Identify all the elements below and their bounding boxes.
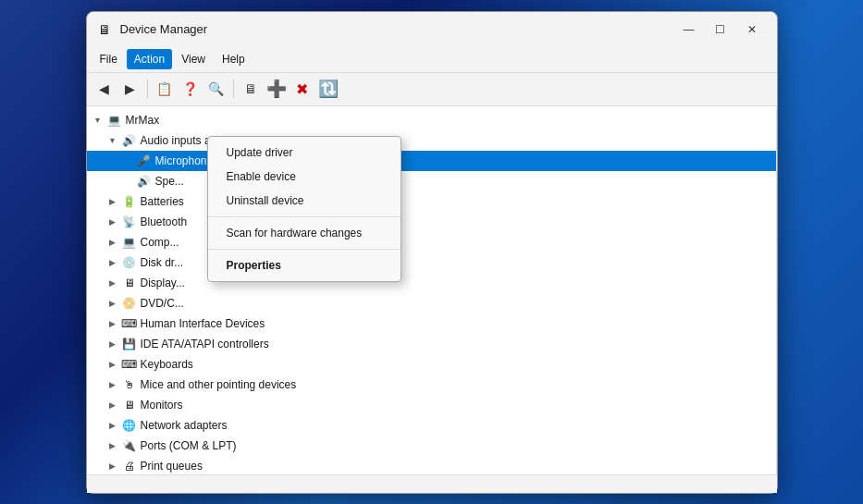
tree-item-comp[interactable]: ▶ 💻 Comp... — [87, 232, 776, 252]
tree-item-bluetooth[interactable]: ▶ 📡 Bluetooth — [87, 212, 776, 232]
expand-print[interactable]: ▶ — [105, 459, 120, 473]
menu-help[interactable]: Help — [215, 49, 253, 69]
ctx-update-driver[interactable]: Update driver — [208, 141, 401, 165]
menu-file[interactable]: File — [92, 49, 125, 69]
tree-item-hid[interactable]: ▶ ⌨ Human Interface Devices — [87, 313, 776, 334]
tree-panel[interactable]: ▼ 💻 MrMax ▼ 🔊 Audio inputs and outputs 🎤… — [87, 106, 777, 474]
toolbar-separator-2 — [233, 80, 234, 98]
ide-label: IDE ATA/ATAPI controllers — [141, 338, 269, 350]
ctx-uninstall-device[interactable]: Uninstall device — [208, 189, 401, 213]
expand-keyboards[interactable]: ▶ — [105, 357, 120, 372]
ports-label: Ports (COM & LPT) — [141, 439, 237, 452]
window-title: Device Manager — [120, 22, 208, 36]
ctx-scan-hardware[interactable]: Scan for hardware changes — [208, 221, 401, 245]
network-label: Network adapters — [141, 419, 228, 432]
mic-icon: 🎤 — [137, 154, 152, 168]
expand-bluetooth[interactable]: ▶ — [105, 215, 120, 229]
expand-mice[interactable]: ▶ — [105, 377, 120, 392]
tree-item-mice[interactable]: ▶ 🖱 Mice and other pointing devices — [87, 375, 776, 395]
expand-display[interactable]: ▶ — [105, 276, 120, 290]
scan-button[interactable]: 🔍 — [204, 77, 228, 101]
expand-ports[interactable]: ▶ — [105, 438, 120, 453]
ctx-enable-device[interactable]: Enable device — [208, 165, 401, 189]
display-label: Display... — [141, 277, 185, 289]
toolbar-separator-1 — [147, 80, 148, 98]
hid-icon: ⌨ — [122, 316, 137, 331]
expand-comp[interactable]: ▶ — [105, 235, 120, 250]
mice-icon: 🖱 — [122, 377, 137, 392]
content-area: ▼ 💻 MrMax ▼ 🔊 Audio inputs and outputs 🎤… — [87, 106, 777, 474]
monitors-label: Monitors — [141, 399, 183, 412]
back-button[interactable]: ◀ — [92, 77, 117, 101]
expand-network[interactable]: ▶ — [105, 418, 120, 433]
expand-dvd[interactable]: ▶ — [105, 296, 120, 311]
dvd-icon: 📀 — [122, 296, 137, 311]
bluetooth-icon: 📡 — [122, 215, 137, 229]
tree-item-keyboards[interactable]: ▶ ⌨ Keyboards — [87, 354, 776, 375]
print-label: Print queues — [141, 460, 203, 473]
tree-item-mic[interactable]: 🎤 Microphone (High Definition Audio Devi… — [87, 151, 776, 171]
root-icon: 💻 — [107, 113, 122, 128]
disk-label: Disk dr... — [141, 256, 184, 269]
tree-item-ports[interactable]: ▶ 🔌 Ports (COM & LPT) — [87, 436, 776, 456]
ctx-properties[interactable]: Properties — [208, 253, 401, 277]
title-bar: 🖥 Device Manager — ☐ ✕ — [87, 12, 777, 47]
speakers-label: Spe... — [155, 175, 184, 188]
print-icon: 🖨 — [122, 459, 137, 473]
menu-view[interactable]: View — [174, 49, 213, 69]
expand-mic — [120, 154, 135, 168]
context-menu: Update driver Enable device Uninstall de… — [207, 136, 401, 282]
ctx-separator-2 — [208, 249, 401, 250]
properties-button[interactable]: 📋 — [153, 77, 177, 101]
tree-item-ide[interactable]: ▶ 💾 IDE ATA/ATAPI controllers — [87, 334, 776, 354]
expand-batteries[interactable]: ▶ — [105, 194, 120, 209]
tree-item-disk[interactable]: ▶ 💿 Disk dr... — [87, 252, 776, 273]
remove-button[interactable]: ✖ — [290, 77, 314, 101]
title-controls: — ☐ ✕ — [675, 19, 766, 40]
tree-item-network[interactable]: ▶ 🌐 Network adapters — [87, 415, 776, 436]
expand-speakers — [120, 174, 135, 189]
tree-item-speakers[interactable]: 🔊 Spe... — [87, 171, 776, 191]
hid-label: Human Interface Devices — [141, 317, 265, 330]
device-manager-window: 🖥 Device Manager — ☐ ✕ File Action View … — [86, 11, 778, 494]
monitor-button[interactable]: 🖥 — [239, 77, 263, 101]
forward-button[interactable]: ▶ — [118, 77, 142, 101]
tree-item-dvd[interactable]: ▶ 📀 DVD/C... — [87, 293, 776, 313]
maximize-button[interactable]: ☐ — [707, 19, 734, 40]
batteries-label: Batteries — [141, 195, 184, 208]
window-icon: 🖥 — [98, 22, 113, 37]
network-icon: 🌐 — [122, 418, 137, 433]
tree-root[interactable]: ▼ 💻 MrMax — [87, 110, 776, 130]
comp-icon: 💻 — [122, 235, 137, 250]
tree-item-monitors[interactable]: ▶ 🖥 Monitors — [87, 395, 776, 415]
menu-action[interactable]: Action — [127, 49, 172, 69]
root-label: MrMax — [126, 114, 160, 127]
expand-root[interactable]: ▼ — [91, 113, 105, 128]
toolbar: ◀ ▶ 📋 ❓ 🔍 🖥 ➕ ✖ 🔃 — [87, 73, 777, 106]
tree-item-batteries[interactable]: ▶ 🔋 Batteries — [87, 191, 776, 212]
status-bar — [87, 474, 777, 493]
add-button[interactable]: ➕ — [265, 77, 289, 101]
disk-icon: 💿 — [122, 255, 137, 270]
dvd-label: DVD/C... — [141, 297, 184, 310]
mice-label: Mice and other pointing devices — [141, 378, 297, 391]
expand-ide[interactable]: ▶ — [105, 337, 120, 351]
monitors-icon: 🖥 — [122, 398, 137, 412]
update-button[interactable]: 🔃 — [316, 77, 340, 101]
expand-monitors[interactable]: ▶ — [105, 398, 120, 412]
tree-item-audio[interactable]: ▼ 🔊 Audio inputs and outputs — [87, 130, 776, 151]
help-button[interactable]: ❓ — [179, 77, 203, 101]
ports-icon: 🔌 — [122, 438, 137, 453]
display-icon: 🖥 — [122, 276, 137, 290]
ide-icon: 💾 — [122, 337, 137, 351]
tree-item-print[interactable]: ▶ 🖨 Print queues — [87, 456, 776, 474]
audio-icon: 🔊 — [122, 133, 137, 148]
minimize-button[interactable]: — — [675, 19, 703, 40]
keyboards-icon: ⌨ — [122, 357, 137, 372]
close-button[interactable]: ✕ — [738, 19, 766, 40]
tree-item-display[interactable]: ▶ 🖥 Display... — [87, 273, 776, 293]
expand-hid[interactable]: ▶ — [105, 316, 120, 331]
expand-audio[interactable]: ▼ — [105, 133, 120, 148]
expand-disk[interactable]: ▶ — [105, 255, 120, 270]
bluetooth-label: Bluetooth — [141, 215, 188, 228]
